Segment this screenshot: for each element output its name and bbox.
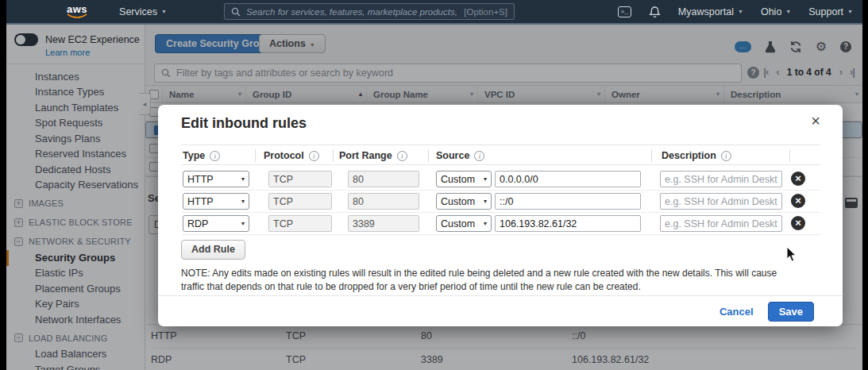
col-protocol: Protocoli (264, 145, 319, 166)
port-range-input[interactable] (348, 215, 419, 232)
info-icon[interactable]: i (397, 151, 407, 161)
account-menu[interactable]: Myawsportal ▼ (678, 6, 743, 17)
chevron-down-icon: ▼ (738, 9, 743, 14)
header-separator (428, 149, 429, 162)
info-icon[interactable]: i (210, 151, 220, 161)
mouse-cursor (786, 246, 797, 262)
col-source: Sourcei (436, 145, 484, 166)
chevron-down-icon: ▾ (484, 175, 487, 183)
cancel-button[interactable]: Cancel (719, 306, 754, 318)
type-select[interactable]: HTTP▾ (183, 193, 249, 210)
port-range-input[interactable] (348, 193, 419, 210)
search-placeholder: Search for services, features, marketpla… (246, 7, 458, 17)
aws-logo[interactable]: aws (67, 5, 87, 19)
source-mode-select[interactable]: Custom▾ (436, 171, 492, 187)
delete-rule-icon[interactable]: × (791, 172, 805, 186)
chevron-down-icon: ▼ (161, 9, 167, 14)
modal-note-text: NOTE: Any edits made on existing rules w… (181, 267, 799, 294)
support-menu[interactable]: Support ▼ (808, 6, 853, 17)
delete-rule-icon[interactable]: × (791, 194, 805, 208)
header-separator (255, 149, 256, 162)
port-range-input[interactable] (348, 171, 419, 187)
info-icon[interactable]: i (309, 151, 319, 161)
header-separator (333, 149, 334, 162)
edit-inbound-rules-modal: Edit inbound rules × Typei Protocoli Por… (158, 105, 843, 326)
source-mode-select[interactable]: Custom▾ (436, 193, 492, 210)
services-label: Services (119, 6, 157, 17)
description-input[interactable] (660, 171, 782, 187)
protocol-input[interactable] (268, 171, 332, 187)
chevron-down-icon: ▼ (785, 9, 791, 14)
rule-editor-row: RDP▾ Custom▾ × (158, 213, 843, 234)
description-input[interactable] (660, 215, 782, 232)
aws-smile-icon (67, 13, 87, 19)
modal-title: Edit inbound rules (181, 115, 307, 132)
info-icon[interactable]: i (721, 151, 731, 161)
search-icon (231, 7, 241, 17)
search-shortcut-hint: [Option+S] (464, 7, 507, 17)
region-label: Ohio (761, 6, 781, 17)
rule-editor-row: HTTP▾ Custom▾ × (158, 191, 843, 212)
chevron-down-icon: ▾ (241, 198, 245, 205)
account-label: Myawsportal (678, 6, 734, 17)
source-input[interactable] (495, 171, 641, 187)
row-divider (181, 234, 820, 235)
type-select[interactable]: RDP▾ (183, 215, 249, 232)
source-mode-select[interactable]: Custom▾ (436, 215, 492, 232)
global-search-input[interactable]: Search for services, features, marketpla… (224, 3, 515, 20)
chevron-down-icon: ▾ (241, 175, 245, 183)
rules-table-header: Typei Protocoli Port Rangei Sourcei Desc… (181, 145, 820, 165)
save-button[interactable]: Save (768, 302, 814, 322)
chevron-down-icon: ▾ (484, 220, 487, 227)
protocol-input[interactable] (268, 215, 332, 232)
header-separator (789, 149, 790, 162)
cloudshell-icon[interactable]: >_ (618, 6, 631, 17)
chevron-down-icon: ▾ (241, 220, 245, 227)
source-input[interactable] (495, 215, 641, 232)
col-type: Typei (183, 145, 220, 166)
screen: aws Services ▼ Search for services, feat… (0, 0, 868, 370)
notifications-bell-icon[interactable] (649, 6, 661, 18)
description-input[interactable] (660, 193, 782, 210)
region-menu[interactable]: Ohio ▼ (761, 6, 791, 17)
info-icon[interactable]: i (474, 151, 484, 161)
add-rule-button[interactable]: Add Rule (181, 240, 245, 260)
rule-editor-row: HTTP▾ Custom▾ × (158, 168, 843, 190)
header-separator (651, 149, 652, 162)
aws-logo-text: aws (67, 5, 87, 13)
col-description: Descriptioni (662, 145, 731, 166)
services-menu[interactable]: Services ▼ (119, 6, 167, 17)
col-port-range: Port Rangei (339, 145, 407, 166)
top-navbar: aws Services ▼ Search for services, feat… (6, 0, 862, 23)
support-label: Support (808, 6, 843, 17)
type-select[interactable]: HTTP▾ (183, 171, 249, 187)
protocol-input[interactable] (268, 193, 332, 210)
source-input[interactable] (495, 193, 641, 210)
modal-close-icon[interactable]: × (811, 113, 820, 129)
chevron-down-icon: ▾ (484, 198, 487, 205)
modal-footer: Cancel Save (158, 295, 843, 326)
chevron-down-icon: ▼ (847, 9, 853, 14)
delete-rule-icon[interactable]: × (791, 216, 805, 230)
